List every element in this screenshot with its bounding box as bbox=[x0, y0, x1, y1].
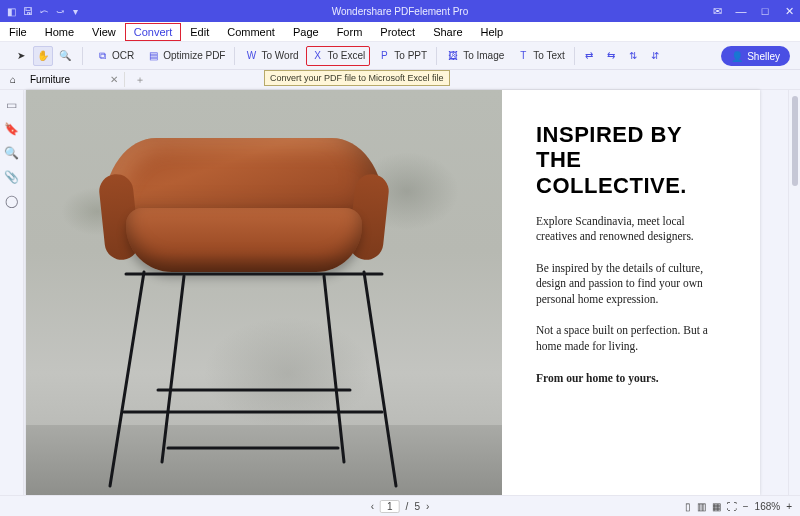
zoom-value[interactable]: 168% bbox=[755, 501, 781, 512]
thumbnails-panel-icon[interactable]: ▭ bbox=[5, 98, 19, 112]
menu-help[interactable]: Help bbox=[472, 23, 513, 41]
ocr-button[interactable]: ⧉OCR bbox=[90, 46, 139, 66]
batch-convert-d-icon[interactable]: ⇵ bbox=[645, 46, 665, 66]
workspace: ▭ 🔖 🔍 📎 ◯ bbox=[0, 90, 800, 495]
zoom-tool[interactable]: 🔍 bbox=[55, 46, 75, 66]
tab-label: Furniture bbox=[30, 74, 70, 85]
to-ppt-button[interactable]: PTo PPT bbox=[372, 46, 432, 66]
page-area[interactable]: INSPIRED BY THE COLLECTIVE. Explore Scan… bbox=[24, 90, 788, 495]
toolbar: ➤ ✋ 🔍 ⧉OCR ▤Optimize PDF WTo Word XTo Ex… bbox=[0, 42, 800, 70]
svg-line-1 bbox=[364, 272, 396, 486]
view-facing-icon[interactable]: ▦ bbox=[712, 501, 721, 512]
mail-icon[interactable]: ✉ bbox=[710, 5, 724, 18]
page-text-column: INSPIRED BY THE COLLECTIVE. Explore Scan… bbox=[502, 90, 760, 495]
menu-home[interactable]: Home bbox=[36, 23, 83, 41]
search-panel-icon[interactable]: 🔍 bbox=[5, 146, 19, 160]
to-ppt-label: To PPT bbox=[394, 50, 427, 61]
pointer-group: ➤ ✋ 🔍 bbox=[6, 46, 80, 66]
zoom-out-icon[interactable]: − bbox=[743, 501, 749, 512]
svg-line-2 bbox=[162, 276, 184, 462]
document-page: INSPIRED BY THE COLLECTIVE. Explore Scan… bbox=[26, 90, 760, 495]
title-bar: ◧ 🖫 ⤺ ⤻ ▾ Wondershare PDFelement Pro ✉ —… bbox=[0, 0, 800, 22]
app-title: Wondershare PDFelement Pro bbox=[0, 6, 800, 17]
optimize-label: Optimize PDF bbox=[163, 50, 225, 61]
menu-protect[interactable]: Protect bbox=[371, 23, 424, 41]
page-navigator: ‹ 1 / 5 › bbox=[371, 500, 430, 513]
to-word-button[interactable]: WTo Word bbox=[239, 46, 303, 66]
prev-page-icon[interactable]: ‹ bbox=[371, 501, 374, 512]
menu-convert[interactable]: Convert bbox=[125, 23, 182, 41]
menu-edit[interactable]: Edit bbox=[181, 23, 218, 41]
page-paragraph-3: Not a space built on perfection. But a h… bbox=[536, 323, 726, 354]
optimize-pdf-button[interactable]: ▤Optimize PDF bbox=[141, 46, 230, 66]
hand-tool[interactable]: ✋ bbox=[33, 46, 53, 66]
menu-comment[interactable]: Comment bbox=[218, 23, 284, 41]
close-icon[interactable]: ✕ bbox=[782, 5, 796, 18]
status-right-group: ▯ ▥ ▦ ⛶ − 168% + bbox=[685, 501, 792, 512]
chair-legs bbox=[26, 90, 502, 495]
view-single-icon[interactable]: ▯ bbox=[685, 501, 691, 512]
user-icon: 👤 bbox=[731, 51, 743, 62]
svg-line-3 bbox=[324, 276, 344, 462]
menu-bar: File Home View Convert Edit Comment Page… bbox=[0, 22, 800, 42]
to-image-label: To Image bbox=[463, 50, 504, 61]
toolbar-separator bbox=[234, 47, 235, 65]
heading-line1: INSPIRED BY bbox=[536, 122, 682, 147]
home-tab-icon[interactable]: ⌂ bbox=[6, 73, 20, 87]
to-word-label: To Word bbox=[261, 50, 298, 61]
page-hero-image bbox=[26, 90, 502, 495]
svg-line-0 bbox=[110, 272, 144, 486]
maximize-icon[interactable]: □ bbox=[758, 5, 772, 17]
menu-form[interactable]: Form bbox=[328, 23, 372, 41]
next-page-icon[interactable]: › bbox=[426, 501, 429, 512]
ocr-label: OCR bbox=[112, 50, 134, 61]
batch-convert-c-icon[interactable]: ⇅ bbox=[623, 46, 643, 66]
comments-panel-icon[interactable]: ◯ bbox=[5, 194, 19, 208]
toolbar-separator bbox=[574, 47, 575, 65]
page-separator: / bbox=[406, 501, 409, 512]
menu-view[interactable]: View bbox=[83, 23, 125, 41]
status-bar: ‹ 1 / 5 › ▯ ▥ ▦ ⛶ − 168% + bbox=[0, 495, 800, 516]
to-text-label: To Text bbox=[533, 50, 565, 61]
tab-close-icon[interactable]: ✕ bbox=[110, 74, 118, 85]
to-excel-tooltip: Convert your PDF file to Microsoft Excel… bbox=[264, 70, 450, 86]
scrollbar-thumb[interactable] bbox=[792, 96, 798, 186]
page-paragraph-4: From our home to yours. bbox=[536, 371, 726, 387]
menu-file[interactable]: File bbox=[0, 23, 36, 41]
page-heading: INSPIRED BY THE COLLECTIVE. bbox=[536, 122, 734, 198]
page-paragraph-2: Be inspired by the details of culture, d… bbox=[536, 261, 726, 308]
minimize-icon[interactable]: — bbox=[734, 5, 748, 17]
to-excel-label: To Excel bbox=[328, 50, 366, 61]
page-total: 5 bbox=[414, 501, 420, 512]
vertical-scrollbar[interactable] bbox=[788, 90, 800, 495]
page-paragraph-1: Explore Scandinavia, meet local creative… bbox=[536, 214, 726, 245]
titlebar-right-group: ✉ — □ ✕ bbox=[710, 5, 796, 18]
convert-group: ⧉OCR ▤Optimize PDF WTo Word XTo Excel PT… bbox=[85, 46, 670, 66]
zoom-in-icon[interactable]: + bbox=[786, 501, 792, 512]
pointer-tool[interactable]: ➤ bbox=[11, 46, 31, 66]
menu-page[interactable]: Page bbox=[284, 23, 328, 41]
page-current[interactable]: 1 bbox=[380, 500, 400, 513]
toolbar-separator bbox=[82, 47, 83, 65]
new-tab-button[interactable]: ＋ bbox=[129, 73, 151, 87]
to-image-button[interactable]: 🖼To Image bbox=[441, 46, 509, 66]
view-continuous-icon[interactable]: ▥ bbox=[697, 501, 706, 512]
toolbar-separator bbox=[436, 47, 437, 65]
attachments-panel-icon[interactable]: 📎 bbox=[5, 170, 19, 184]
view-fit-icon[interactable]: ⛶ bbox=[727, 501, 737, 512]
user-account-pill[interactable]: 👤 Shelley bbox=[721, 46, 790, 66]
bookmarks-panel-icon[interactable]: 🔖 bbox=[5, 122, 19, 136]
user-name: Shelley bbox=[747, 51, 780, 62]
batch-convert-b-icon[interactable]: ⇆ bbox=[601, 46, 621, 66]
side-rail: ▭ 🔖 🔍 📎 ◯ bbox=[0, 90, 24, 495]
document-tab[interactable]: Furniture ✕ bbox=[24, 72, 125, 87]
batch-convert-a-icon[interactable]: ⇄ bbox=[579, 46, 599, 66]
menu-share[interactable]: Share bbox=[424, 23, 471, 41]
to-excel-button[interactable]: XTo Excel bbox=[306, 46, 371, 66]
heading-line2: THE COLLECTIVE. bbox=[536, 147, 687, 197]
to-text-button[interactable]: TTo Text bbox=[511, 46, 570, 66]
